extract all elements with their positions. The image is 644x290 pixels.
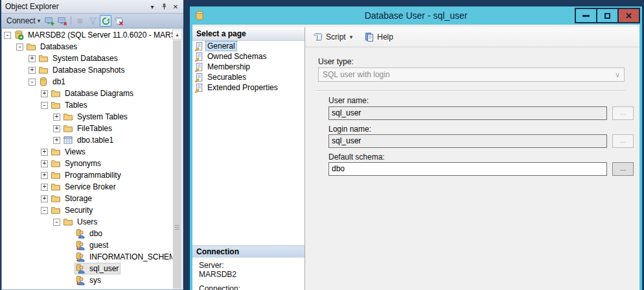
- expand-icon[interactable]: +: [53, 114, 60, 121]
- script-label: Script: [326, 32, 346, 42]
- expand-icon[interactable]: +: [53, 137, 60, 144]
- tree-node-label: MARSDB2 (SQL Server 11.0.6020 - MARSD: [27, 30, 172, 40]
- collapse-icon[interactable]: -: [41, 207, 48, 214]
- tree-row[interactable]: +FileTables: [3, 123, 172, 134]
- refresh-icon[interactable]: [100, 15, 111, 27]
- tree-scrollbar[interactable]: ▲: [172, 29, 182, 289]
- tree-node-label: dbo.table1: [76, 135, 115, 145]
- connect-button[interactable]: Connect ▾: [4, 16, 43, 26]
- close-icon: ✕: [625, 12, 632, 20]
- user-name-field: sql_user: [328, 106, 607, 120]
- script-error-icon[interactable]: [113, 15, 124, 27]
- user-type-combobox: SQL user with login ∨: [318, 67, 625, 82]
- collapse-icon[interactable]: -: [29, 79, 36, 86]
- user-type-label: User type:: [318, 57, 354, 66]
- window-menu-icon[interactable]: ▾: [147, 2, 157, 12]
- server-icon: [14, 30, 24, 40]
- close-button[interactable]: ✕: [617, 8, 640, 23]
- page-item-label: Owned Schemas: [206, 52, 268, 61]
- expand-icon[interactable]: +: [29, 55, 36, 62]
- disconnect-server-icon[interactable]: [56, 15, 68, 27]
- folder-icon: [51, 88, 61, 99]
- combo-chevron-icon: ∨: [615, 71, 620, 79]
- tree-row[interactable]: +dbo.table1: [3, 134, 172, 146]
- window-buttons: ✕: [576, 8, 640, 23]
- tree-row[interactable]: -MARSDB2 (SQL Server 11.0.6020 - MARSD: [3, 29, 172, 41]
- user-name-browse-button: ...: [612, 106, 634, 120]
- tree-row[interactable]: -Databases: [3, 41, 172, 53]
- expand-icon[interactable]: +: [41, 172, 48, 179]
- expand-icon[interactable]: +: [41, 184, 48, 191]
- tree-row[interactable]: sys: [3, 274, 172, 286]
- scrollbar-thumb[interactable]: [173, 40, 181, 289]
- property-page-icon: [194, 52, 204, 62]
- scrollbar-up-icon[interactable]: ▲: [172, 29, 182, 40]
- collapse-icon[interactable]: -: [41, 102, 48, 109]
- tree-row[interactable]: +Service Broker: [3, 181, 172, 193]
- maximize-button[interactable]: [596, 8, 619, 23]
- tree-node-label: Database Diagrams: [63, 88, 135, 99]
- folder-icon: [63, 217, 73, 227]
- script-button[interactable]: Script ▾: [310, 30, 355, 43]
- user-type-value: SQL user with login: [323, 70, 390, 79]
- tree-row[interactable]: +Storage: [3, 193, 172, 204]
- collapse-icon[interactable]: -: [53, 219, 60, 226]
- expand-icon[interactable]: +: [53, 125, 60, 132]
- tree-row[interactable]: -db1: [3, 76, 172, 88]
- tree-row[interactable]: -Tables: [3, 99, 172, 111]
- script-icon: [313, 32, 323, 42]
- default-schema-browse-button[interactable]: ...: [612, 162, 634, 176]
- tree-row[interactable]: +Views: [3, 146, 172, 158]
- tree-row[interactable]: -Security: [3, 204, 172, 216]
- close-panel-icon[interactable]: ✕: [170, 2, 181, 12]
- connection-header: Connection: [192, 245, 305, 258]
- object-explorer-title: Object Explorer: [5, 2, 146, 11]
- expand-icon[interactable]: +: [41, 195, 48, 202]
- page-item-extended-properties[interactable]: Extended Properties: [192, 82, 305, 93]
- collapse-icon[interactable]: -: [4, 32, 11, 39]
- help-button[interactable]: Help: [362, 30, 396, 43]
- page-item-owned-schemas[interactable]: Owned Schemas: [192, 51, 305, 62]
- pin-icon[interactable]: [159, 2, 169, 12]
- expand-icon[interactable]: +: [29, 67, 36, 74]
- default-schema-label: Default schema:: [328, 152, 385, 162]
- tree-row[interactable]: guest: [3, 239, 172, 251]
- folder-icon: [38, 65, 49, 75]
- tree-row[interactable]: +System Databases: [3, 53, 172, 64]
- page-item-general[interactable]: General: [192, 41, 305, 51]
- expand-icon[interactable]: +: [41, 160, 48, 167]
- object-explorer-toolbar: Connect ▾: [1, 14, 183, 29]
- tree-row[interactable]: sql_user: [3, 263, 172, 274]
- object-explorer-panel: Object Explorer ▾ ✕ Connect ▾: [1, 0, 183, 290]
- script-chevron-icon[interactable]: ▾: [350, 34, 353, 40]
- tree-node-label: Programmability: [63, 170, 122, 180]
- page-item-label: Extended Properties: [206, 83, 279, 92]
- tree-row[interactable]: +Database Diagrams: [3, 88, 172, 99]
- tree-row[interactable]: -Users: [3, 216, 172, 228]
- connect-label: Connect: [6, 16, 36, 25]
- dialog-titlebar[interactable]: Database User - sql_user ✕: [190, 6, 642, 25]
- default-schema-field[interactable]: dbo: [328, 162, 607, 176]
- tree-node-label: Users: [76, 217, 98, 227]
- tree-row[interactable]: +Programmability: [3, 169, 172, 181]
- tree-row[interactable]: INFORMATION_SCHEM: [3, 251, 172, 263]
- collapse-icon[interactable]: -: [16, 43, 23, 51]
- tree-row[interactable]: +System Tables: [3, 111, 172, 123]
- select-a-page-header: Select a page: [192, 27, 305, 41]
- tree-row[interactable]: +Synonyms: [3, 158, 172, 169]
- connect-server-icon[interactable]: [43, 15, 55, 27]
- expand-icon[interactable]: +: [41, 149, 48, 156]
- user-disabled-icon: [75, 252, 86, 262]
- page-item-label: General: [206, 42, 236, 51]
- page-item-membership[interactable]: Membership: [192, 62, 305, 72]
- filter-icon[interactable]: [87, 15, 98, 27]
- connection-label: Connection:: [199, 284, 240, 290]
- minimize-button[interactable]: [575, 8, 597, 23]
- user-name-label: User name:: [328, 96, 369, 105]
- tree-row[interactable]: +Database Snapshots: [3, 64, 172, 76]
- tree-node-label: dbo: [88, 228, 104, 239]
- tree-row[interactable]: dbo: [3, 228, 172, 239]
- table-icon: [63, 135, 73, 145]
- expand-icon[interactable]: +: [41, 90, 48, 97]
- page-item-securables[interactable]: Securables: [192, 72, 305, 82]
